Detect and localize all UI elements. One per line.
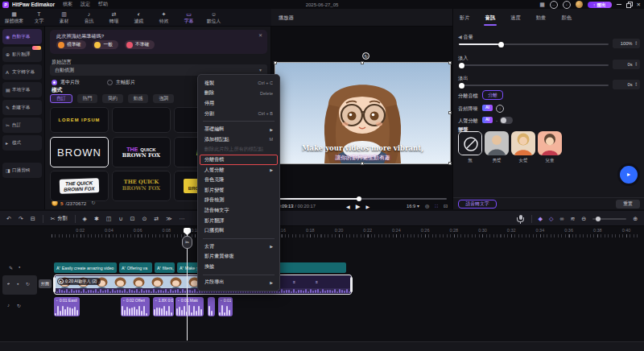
subtitle-template-4[interactable]: THEQUICKBROWN FOX [112, 137, 171, 167]
mirror-icon[interactable]: ⇄ [154, 215, 159, 223]
audio-track-icon[interactable]: ♪ [7, 303, 10, 308]
subtitle-template-6[interactable]: THE QUICKBROWN FOX [50, 171, 109, 201]
quick-split-button[interactable]: ✂ [182, 236, 192, 249]
reset-button[interactable]: 重置 [616, 200, 640, 209]
ctx-item-silence-detection[interactable]: 靜音檢測 [198, 196, 279, 206]
zoom-knob[interactable] [596, 217, 601, 221]
audio-clip-4[interactable] [208, 297, 215, 316]
sidebar-item-create-subtitle[interactable]: ✎創建字幕 [2, 100, 42, 115]
resize-handle[interactable] [448, 162, 452, 165]
ctx-item-copy[interactable]: 複製Ctrl + C [198, 78, 279, 89]
inspector-tab-1[interactable]: 音訊 [484, 12, 497, 26]
audio-clip-3[interactable]: ◔0:01 Maki [175, 297, 204, 316]
aspect-ratio-selector[interactable]: 16:9 ▾ [407, 204, 419, 209]
resize-handle[interactable] [361, 162, 364, 165]
style-tab-4[interactable]: 強調 [153, 94, 174, 103]
clip-trim-handle-left[interactable] [53, 277, 56, 292]
nav-item-effects[interactable]: ✦特效 [151, 11, 176, 24]
inspector-tab-3[interactable]: 動畫 [535, 12, 548, 26]
more-tools-icon[interactable]: ⋯ [179, 215, 184, 223]
preview-quality-icon[interactable]: ◎ [425, 203, 429, 209]
subtitle-clip-1[interactable]: A'Offering va [119, 262, 152, 273]
voice-card-child[interactable]: 兒童 [538, 131, 562, 163]
fade-out-value-box[interactable]: 0s ▲▼ [613, 80, 640, 89]
support-chat-button[interactable]: ▸ [617, 163, 640, 186]
rotate-handle[interactable]: ↻ [362, 52, 369, 60]
resize-handle[interactable] [448, 61, 452, 64]
audio-ducking-icon[interactable]: ≋ [570, 215, 575, 223]
timeline-zoom-slider[interactable] [592, 218, 626, 220]
scope-selected-clip[interactable]: 選中片段 [52, 79, 80, 86]
ctx-item-video-voice-change[interactable]: 影片變聲 [198, 185, 279, 196]
sidebar-item-auto-subtitle[interactable]: ◉自動字幕 [2, 29, 42, 44]
voice-card-none[interactable]: 無 [458, 131, 482, 163]
video-canvas[interactable]: Make your videos more vibrant, 讓你的影片更生動有… [275, 62, 451, 164]
nav-item-media[interactable]: ▦媒體檔案 [2, 11, 27, 24]
volume-slider[interactable] [459, 43, 609, 45]
update-icon[interactable]: ↓ [563, 1, 571, 9]
style-tab-1[interactable]: 熱門 [77, 94, 98, 103]
crop-icon[interactable]: ⊡ [130, 215, 135, 223]
ctx-item-video-quality-repair[interactable]: 影片畫質修復 [198, 252, 279, 262]
menu-file[interactable]: 檔案 [63, 1, 72, 8]
audio-clip-2[interactable]: ◔1.8X 0:01 [153, 297, 174, 316]
nav-item-text[interactable]: T文字 [27, 11, 52, 24]
mute-track-icon[interactable]: ♪ [7, 281, 10, 286]
inspector-tab-0[interactable]: 影片 [458, 12, 472, 26]
zoom-fit-icon[interactable]: ⊕ [633, 215, 638, 223]
grid-view-icon[interactable]: ∷ [435, 203, 438, 209]
stepper-icons[interactable]: ▲▼ [635, 41, 638, 46]
ctx-item-add-marker[interactable]: 添加標記點M [198, 134, 279, 145]
nav-item-audio[interactable]: ♪音訊 [76, 11, 101, 24]
ctx-item-split[interactable]: 分割Ctrl + B [198, 109, 279, 119]
nav-item-elements[interactable]: ▥素材 [52, 11, 76, 24]
resize-handle[interactable] [274, 61, 277, 64]
subtitle-clip-2[interactable]: A'filters, [155, 262, 175, 273]
extract-audio-icon[interactable]: ◫ [106, 215, 112, 223]
feedback-icon[interactable]: … [550, 1, 558, 9]
ctx-item-basic-edit[interactable]: 基礎編輯▶ [198, 124, 279, 134]
volume-knob[interactable] [498, 42, 504, 47]
ctx-item-face-swap[interactable]: 換臉 [198, 262, 279, 272]
export-button[interactable]: ↑匯出 [588, 2, 612, 8]
speed-icon[interactable]: ≫ [166, 215, 171, 223]
playback-progress-bar[interactable] [278, 198, 447, 200]
ctx-item-remove-background[interactable]: 去背▶ [198, 242, 279, 252]
stepper-icons[interactable]: ▲▼ [635, 62, 638, 67]
nav-item-transition[interactable]: ⇄轉場 [101, 11, 126, 24]
style-tab-0[interactable]: 自訂 [50, 94, 72, 103]
minimize-button[interactable] [617, 4, 621, 5]
record-track-icon[interactable]: ● [17, 282, 19, 286]
resize-handle[interactable] [361, 61, 364, 64]
fade-out-knob[interactable] [459, 83, 464, 89]
undo-icon[interactable]: ↶ [6, 215, 11, 223]
subtitle-track-icon[interactable]: ✎ [9, 265, 13, 270]
feedback-option-inaccurate[interactable]: 不準確 [125, 40, 155, 49]
nav-item-filter[interactable]: ◐濾鏡 [126, 11, 151, 24]
voice-card-female[interactable]: 女聲 [511, 131, 535, 163]
nav-item-digital-human[interactable]: ☺數位人 [201, 11, 226, 24]
subtitle-template-3[interactable]: BROWN [50, 137, 109, 167]
voiceover-mic-icon[interactable] [519, 215, 522, 220]
sidebar-item-video-translate[interactable]: ⊕影片翻譯 [2, 47, 42, 62]
subtitle-template-7[interactable]: THE QUICKBROWN FOX [112, 171, 171, 201]
menu-help[interactable]: 幫助 [98, 1, 108, 8]
style-tab-3[interactable]: 動感 [128, 94, 149, 103]
link-clips-icon[interactable]: ∞ [559, 215, 564, 223]
delete-icon[interactable]: ⊟ [31, 215, 35, 223]
subtitle-template-1[interactable] [112, 107, 171, 133]
clip-trim-handle-right[interactable] [350, 277, 353, 292]
separate-audio-button[interactable]: 分離 [482, 90, 503, 100]
sidebar-item-style[interactable]: ▸樣式 [2, 135, 42, 151]
snapshot-icon[interactable]: ⊙ [142, 215, 147, 223]
voice-card-male[interactable]: 男聲 [485, 131, 509, 163]
ctx-item-video-translate[interactable]: 影片翻譯 [198, 216, 279, 226]
ctx-item-speech-to-text[interactable]: 語音轉文字 [198, 205, 279, 216]
ctx-item-vocal-separation[interactable]: 人聲分離▶ [198, 165, 279, 176]
fade-in-value-box[interactable]: 0s ▲▼ [613, 60, 640, 69]
speech-to-text-button[interactable]: 語音轉文字 [458, 200, 497, 209]
inspector-tab-4[interactable]: 顏色 [559, 12, 573, 26]
magnet-icon[interactable]: ∪ [118, 215, 122, 223]
download-icon[interactable]: ↓ [496, 105, 504, 113]
subtitle-clip-0[interactable]: A'Easily create amazing video [54, 262, 117, 273]
